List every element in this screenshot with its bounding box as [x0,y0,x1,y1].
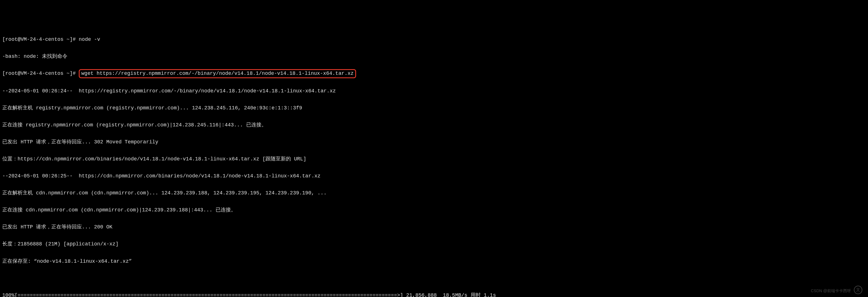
wget-output: 已发出 HTTP 请求，正在等待回应... 200 OK [2,223,866,231]
wget-output: 正在连接 registry.npmmirror.com (registry.np… [2,121,866,129]
wget-output: 已发出 HTTP 请求，正在等待回应... 302 Moved Temporar… [2,138,866,146]
wget-output: 位置：https://cdn.npmmirror.com/binaries/no… [2,155,866,163]
watermark-icon: 文 [854,286,862,294]
shell-prompt: [root@VM-24-4-centos ~]# [2,70,79,76]
wget-output: 长度：21856888 (21M) [application/x-xz] [2,240,866,248]
terminal-line: [root@VM-24-4-centos ~]# node -v [2,35,866,43]
terminal-output: -bash: node: 未找到命令 [2,52,866,61]
progress-bar-line: 100%[===================================… [2,291,866,297]
command-input[interactable]: node -v [79,36,100,42]
terminal-line: [root@VM-24-4-centos ~]# wget https://re… [2,69,866,78]
wget-command-highlight[interactable]: wget https://registry.npmmirror.com/-/bi… [79,69,356,78]
wget-output: --2024-05-01 00:26:24-- https://registry… [2,87,866,95]
wget-output: --2024-05-01 00:26:25-- https://cdn.npmm… [2,172,866,180]
blank-line [2,274,866,283]
wget-output: 正在保存至: “node-v14.18.1-linux-x64.tar.xz” [2,257,866,266]
wget-output: 正在解析主机 registry.npmmirror.com (registry.… [2,104,866,112]
wget-output: 正在解析主机 cdn.npmmirror.com (cdn.npmmirror.… [2,189,866,197]
shell-prompt: [root@VM-24-4-centos ~]# [2,36,79,42]
wget-output: 正在连接 cdn.npmmirror.com (cdn.npmmirror.co… [2,206,866,214]
watermark-text: CSDN @前端卡卡西呀 [811,288,851,294]
